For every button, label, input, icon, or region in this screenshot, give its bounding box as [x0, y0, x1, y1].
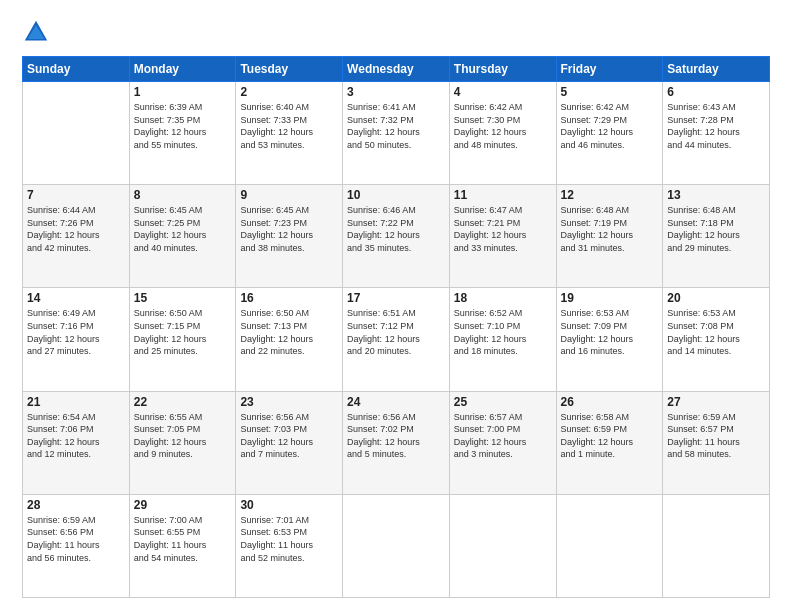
day-info: Sunrise: 6:53 AM Sunset: 7:08 PM Dayligh… — [667, 307, 765, 357]
day-info: Sunrise: 7:00 AM Sunset: 6:55 PM Dayligh… — [134, 514, 232, 564]
calendar-cell: 28Sunrise: 6:59 AM Sunset: 6:56 PM Dayli… — [23, 494, 130, 597]
day-number: 29 — [134, 498, 232, 512]
day-number: 23 — [240, 395, 338, 409]
day-number: 27 — [667, 395, 765, 409]
day-number: 26 — [561, 395, 659, 409]
calendar-cell: 15Sunrise: 6:50 AM Sunset: 7:15 PM Dayli… — [129, 288, 236, 391]
day-info: Sunrise: 6:52 AM Sunset: 7:10 PM Dayligh… — [454, 307, 552, 357]
calendar-header-row: SundayMondayTuesdayWednesdayThursdayFrid… — [23, 57, 770, 82]
day-number: 17 — [347, 291, 445, 305]
day-number: 7 — [27, 188, 125, 202]
header-sunday: Sunday — [23, 57, 130, 82]
calendar-cell: 14Sunrise: 6:49 AM Sunset: 7:16 PM Dayli… — [23, 288, 130, 391]
day-number: 30 — [240, 498, 338, 512]
calendar-cell: 19Sunrise: 6:53 AM Sunset: 7:09 PM Dayli… — [556, 288, 663, 391]
day-info: Sunrise: 6:53 AM Sunset: 7:09 PM Dayligh… — [561, 307, 659, 357]
day-number: 6 — [667, 85, 765, 99]
calendar-cell: 9Sunrise: 6:45 AM Sunset: 7:23 PM Daylig… — [236, 185, 343, 288]
day-info: Sunrise: 6:39 AM Sunset: 7:35 PM Dayligh… — [134, 101, 232, 151]
calendar-cell: 30Sunrise: 7:01 AM Sunset: 6:53 PM Dayli… — [236, 494, 343, 597]
header-thursday: Thursday — [449, 57, 556, 82]
day-number: 15 — [134, 291, 232, 305]
header — [22, 18, 770, 46]
calendar-table: SundayMondayTuesdayWednesdayThursdayFrid… — [22, 56, 770, 598]
calendar-cell: 10Sunrise: 6:46 AM Sunset: 7:22 PM Dayli… — [343, 185, 450, 288]
day-info: Sunrise: 6:42 AM Sunset: 7:29 PM Dayligh… — [561, 101, 659, 151]
calendar-cell — [556, 494, 663, 597]
day-info: Sunrise: 6:41 AM Sunset: 7:32 PM Dayligh… — [347, 101, 445, 151]
day-number: 28 — [27, 498, 125, 512]
day-info: Sunrise: 6:59 AM Sunset: 6:56 PM Dayligh… — [27, 514, 125, 564]
header-saturday: Saturday — [663, 57, 770, 82]
calendar-cell: 13Sunrise: 6:48 AM Sunset: 7:18 PM Dayli… — [663, 185, 770, 288]
day-info: Sunrise: 6:51 AM Sunset: 7:12 PM Dayligh… — [347, 307, 445, 357]
day-number: 25 — [454, 395, 552, 409]
calendar-cell: 8Sunrise: 6:45 AM Sunset: 7:25 PM Daylig… — [129, 185, 236, 288]
calendar-cell — [343, 494, 450, 597]
calendar-cell — [23, 82, 130, 185]
header-monday: Monday — [129, 57, 236, 82]
day-number: 9 — [240, 188, 338, 202]
day-number: 1 — [134, 85, 232, 99]
calendar-cell: 5Sunrise: 6:42 AM Sunset: 7:29 PM Daylig… — [556, 82, 663, 185]
calendar-cell: 1Sunrise: 6:39 AM Sunset: 7:35 PM Daylig… — [129, 82, 236, 185]
calendar-cell: 18Sunrise: 6:52 AM Sunset: 7:10 PM Dayli… — [449, 288, 556, 391]
day-number: 16 — [240, 291, 338, 305]
day-number: 19 — [561, 291, 659, 305]
week-row-2: 14Sunrise: 6:49 AM Sunset: 7:16 PM Dayli… — [23, 288, 770, 391]
day-number: 21 — [27, 395, 125, 409]
day-number: 2 — [240, 85, 338, 99]
day-number: 13 — [667, 188, 765, 202]
day-number: 24 — [347, 395, 445, 409]
day-info: Sunrise: 6:47 AM Sunset: 7:21 PM Dayligh… — [454, 204, 552, 254]
day-info: Sunrise: 6:44 AM Sunset: 7:26 PM Dayligh… — [27, 204, 125, 254]
day-info: Sunrise: 6:55 AM Sunset: 7:05 PM Dayligh… — [134, 411, 232, 461]
calendar-cell: 17Sunrise: 6:51 AM Sunset: 7:12 PM Dayli… — [343, 288, 450, 391]
day-number: 22 — [134, 395, 232, 409]
page: SundayMondayTuesdayWednesdayThursdayFrid… — [0, 0, 792, 612]
day-number: 5 — [561, 85, 659, 99]
calendar-cell: 16Sunrise: 6:50 AM Sunset: 7:13 PM Dayli… — [236, 288, 343, 391]
header-wednesday: Wednesday — [343, 57, 450, 82]
calendar-cell: 12Sunrise: 6:48 AM Sunset: 7:19 PM Dayli… — [556, 185, 663, 288]
day-number: 4 — [454, 85, 552, 99]
day-info: Sunrise: 6:46 AM Sunset: 7:22 PM Dayligh… — [347, 204, 445, 254]
calendar-cell: 25Sunrise: 6:57 AM Sunset: 7:00 PM Dayli… — [449, 391, 556, 494]
day-number: 11 — [454, 188, 552, 202]
calendar-cell: 3Sunrise: 6:41 AM Sunset: 7:32 PM Daylig… — [343, 82, 450, 185]
calendar-cell: 20Sunrise: 6:53 AM Sunset: 7:08 PM Dayli… — [663, 288, 770, 391]
calendar-cell: 26Sunrise: 6:58 AM Sunset: 6:59 PM Dayli… — [556, 391, 663, 494]
calendar-cell: 6Sunrise: 6:43 AM Sunset: 7:28 PM Daylig… — [663, 82, 770, 185]
day-info: Sunrise: 6:43 AM Sunset: 7:28 PM Dayligh… — [667, 101, 765, 151]
day-number: 18 — [454, 291, 552, 305]
day-info: Sunrise: 6:56 AM Sunset: 7:02 PM Dayligh… — [347, 411, 445, 461]
day-info: Sunrise: 6:48 AM Sunset: 7:19 PM Dayligh… — [561, 204, 659, 254]
calendar-cell: 7Sunrise: 6:44 AM Sunset: 7:26 PM Daylig… — [23, 185, 130, 288]
calendar-cell: 29Sunrise: 7:00 AM Sunset: 6:55 PM Dayli… — [129, 494, 236, 597]
day-number: 14 — [27, 291, 125, 305]
logo-icon — [22, 18, 50, 46]
day-info: Sunrise: 6:50 AM Sunset: 7:15 PM Dayligh… — [134, 307, 232, 357]
calendar-cell: 27Sunrise: 6:59 AM Sunset: 6:57 PM Dayli… — [663, 391, 770, 494]
week-row-0: 1Sunrise: 6:39 AM Sunset: 7:35 PM Daylig… — [23, 82, 770, 185]
week-row-1: 7Sunrise: 6:44 AM Sunset: 7:26 PM Daylig… — [23, 185, 770, 288]
calendar-cell: 21Sunrise: 6:54 AM Sunset: 7:06 PM Dayli… — [23, 391, 130, 494]
calendar-cell: 4Sunrise: 6:42 AM Sunset: 7:30 PM Daylig… — [449, 82, 556, 185]
day-number: 20 — [667, 291, 765, 305]
day-info: Sunrise: 6:58 AM Sunset: 6:59 PM Dayligh… — [561, 411, 659, 461]
day-info: Sunrise: 6:50 AM Sunset: 7:13 PM Dayligh… — [240, 307, 338, 357]
calendar-cell: 23Sunrise: 6:56 AM Sunset: 7:03 PM Dayli… — [236, 391, 343, 494]
header-tuesday: Tuesday — [236, 57, 343, 82]
day-info: Sunrise: 6:40 AM Sunset: 7:33 PM Dayligh… — [240, 101, 338, 151]
header-friday: Friday — [556, 57, 663, 82]
day-info: Sunrise: 6:48 AM Sunset: 7:18 PM Dayligh… — [667, 204, 765, 254]
day-info: Sunrise: 6:57 AM Sunset: 7:00 PM Dayligh… — [454, 411, 552, 461]
day-number: 8 — [134, 188, 232, 202]
calendar-cell: 22Sunrise: 6:55 AM Sunset: 7:05 PM Dayli… — [129, 391, 236, 494]
day-info: Sunrise: 6:49 AM Sunset: 7:16 PM Dayligh… — [27, 307, 125, 357]
day-info: Sunrise: 6:45 AM Sunset: 7:23 PM Dayligh… — [240, 204, 338, 254]
day-number: 12 — [561, 188, 659, 202]
day-info: Sunrise: 6:45 AM Sunset: 7:25 PM Dayligh… — [134, 204, 232, 254]
day-info: Sunrise: 6:59 AM Sunset: 6:57 PM Dayligh… — [667, 411, 765, 461]
week-row-4: 28Sunrise: 6:59 AM Sunset: 6:56 PM Dayli… — [23, 494, 770, 597]
